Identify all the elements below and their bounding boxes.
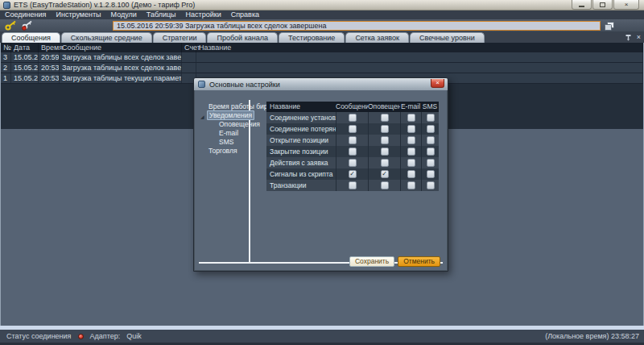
table-row[interactable]: 2 15.05.2016 20:53:45 Загрузка таблицы в…: [1, 63, 643, 73]
maximize-icon: [600, 2, 605, 7]
cell-num: 1: [1, 73, 11, 83]
checkbox[interactable]: [407, 125, 415, 133]
menu-item-instruments[interactable]: Инструменты: [51, 10, 105, 19]
tree-item-trading[interactable]: Торговля: [199, 147, 249, 156]
checkbox[interactable]: [407, 181, 415, 189]
checkbox[interactable]: [427, 125, 435, 133]
save-button[interactable]: Сохранить: [349, 256, 394, 267]
messages-table-header: № Дата Время Сообщение Счет Название: [1, 43, 643, 52]
tab-testing[interactable]: Тестирование: [279, 32, 345, 43]
settings-row-connection-lost: Соединение потеряно: [266, 123, 439, 135]
cell-message: Загрузка таблицы всех сделок завершена: [60, 63, 182, 73]
disconnect-button[interactable]: [20, 20, 33, 31]
checkbox[interactable]: [381, 148, 389, 156]
checkbox[interactable]: [407, 170, 415, 178]
notifications-table: Название Сообщение Оповещение E-mail SMS…: [266, 102, 439, 191]
status-message-field[interactable]: 15.05.2016 20:59:39 Загрузка таблицы все…: [113, 21, 601, 31]
checkbox[interactable]: [381, 125, 389, 133]
col-message[interactable]: Сообщение: [60, 43, 182, 52]
checkbox[interactable]: [349, 136, 357, 144]
checkbox[interactable]: [427, 136, 435, 144]
menu-item-modules[interactable]: Модули: [106, 10, 142, 19]
tabstrip-close-icon[interactable]: ×: [637, 34, 641, 41]
checkbox[interactable]: [407, 159, 415, 167]
close-button[interactable]: ×: [613, 0, 639, 10]
connection-status-label: Статус соединения: [6, 332, 72, 340]
checkbox[interactable]: [427, 114, 435, 122]
dialog-icon: [198, 81, 205, 88]
checkbox[interactable]: [381, 170, 389, 178]
minimize-button[interactable]: [572, 0, 592, 10]
adapter-value: Quik: [126, 332, 142, 340]
tree-item-sms[interactable]: SMS: [199, 138, 249, 147]
checkbox[interactable]: [349, 125, 357, 133]
col-name[interactable]: Название: [196, 43, 643, 52]
checkbox[interactable]: [427, 148, 435, 156]
tab-moving-averages[interactable]: Скользящие средние: [61, 32, 152, 43]
connect-button[interactable]: [4, 20, 17, 31]
cell-date: 15.05.2016: [11, 63, 39, 73]
checkbox[interactable]: [349, 170, 357, 178]
duplicate-window-icon: [604, 21, 615, 31]
checkbox[interactable]: [349, 181, 357, 189]
checkbox[interactable]: [427, 181, 435, 189]
col-time[interactable]: Время: [39, 43, 60, 52]
settings-dialog: Основные настройки × Время работы бирж ◢…: [193, 77, 448, 272]
checkbox[interactable]: [427, 159, 435, 167]
cell-name: [196, 63, 643, 73]
cell-num: 2: [1, 63, 11, 73]
window-title: ETS (EasyTradeStation) v.1.2.8.100 (Демо…: [14, 1, 195, 9]
auto-hide-pin-icon[interactable]: [625, 34, 632, 41]
connect-key-icon: [5, 20, 17, 31]
col-account[interactable]: Счет: [182, 43, 196, 52]
app-icon: [3, 2, 10, 9]
tab-strategies[interactable]: Стратегии: [153, 32, 207, 43]
settings-panel: Название Сообщение Оповещение E-mail SMS…: [250, 100, 443, 262]
menu-item-settings[interactable]: Настройки: [181, 10, 226, 19]
status-bar: Статус соединения Адаптер: Quik (Локальн…: [0, 330, 644, 343]
dialog-close-button[interactable]: ×: [431, 79, 444, 88]
menu-item-connections[interactable]: Соединения: [0, 10, 51, 19]
menu-item-tables[interactable]: Таблицы: [142, 10, 181, 19]
notifications-table-header: Название Сообщение Оповещение E-mail SMS: [266, 102, 439, 112]
cell-date: 15.05.2016: [11, 73, 39, 83]
toolbar: 15.05.2016 20:59:39 Загрузка таблицы все…: [0, 19, 644, 32]
cell-name: [196, 52, 643, 62]
checkbox[interactable]: [349, 148, 357, 156]
menu-item-help[interactable]: Справка: [226, 10, 264, 19]
tab-channel-breakout[interactable]: Пробой канала: [207, 32, 278, 43]
scol-email: E-mail: [400, 102, 421, 112]
tree-item-alerts[interactable]: Оповещения: [199, 120, 249, 129]
cell-time: 20:59:39: [39, 52, 60, 62]
checkbox[interactable]: [349, 159, 357, 167]
dialog-titlebar[interactable]: Основные настройки: [194, 78, 448, 90]
duplicate-window-button[interactable]: [602, 20, 617, 31]
connection-status-icon: [78, 334, 84, 339]
col-date[interactable]: Дата: [11, 43, 39, 52]
scol-alert: Оповещение: [368, 102, 400, 112]
tree-item-email[interactable]: E-mail: [199, 129, 249, 138]
checkbox[interactable]: [407, 148, 415, 156]
checkbox[interactable]: [407, 114, 415, 122]
checkbox[interactable]: [381, 114, 389, 122]
checkbox[interactable]: [427, 170, 435, 178]
cell-account: [182, 63, 196, 73]
tab-messages[interactable]: Сообщения: [2, 32, 60, 43]
window-titlebar[interactable]: ETS (EasyTradeStation) v.1.2.8.100 (Демо…: [0, 0, 644, 10]
tree-item-notifications[interactable]: ◢ Уведомления: [199, 111, 249, 120]
maximize-button[interactable]: [592, 0, 613, 10]
cell-time: 20:53:39: [39, 73, 60, 83]
checkbox[interactable]: [381, 181, 389, 189]
cancel-button[interactable]: Отменить: [398, 256, 440, 267]
checkbox[interactable]: [381, 136, 389, 144]
checkbox[interactable]: [381, 159, 389, 167]
settings-row-order-actions: Действия с заявка: [266, 157, 439, 168]
scol-sms: SMS: [421, 102, 439, 112]
tab-order-grid[interactable]: Сетка заявок: [345, 32, 409, 43]
tab-candle-levels[interactable]: Свечные уровни: [410, 32, 485, 43]
settings-row-connection-established: Соединение установлено: [266, 112, 439, 123]
col-num[interactable]: №: [1, 43, 11, 52]
checkbox[interactable]: [349, 114, 357, 122]
checkbox[interactable]: [407, 136, 415, 144]
table-row[interactable]: 3 15.05.2016 20:59:39 Загрузка таблицы в…: [1, 52, 643, 63]
